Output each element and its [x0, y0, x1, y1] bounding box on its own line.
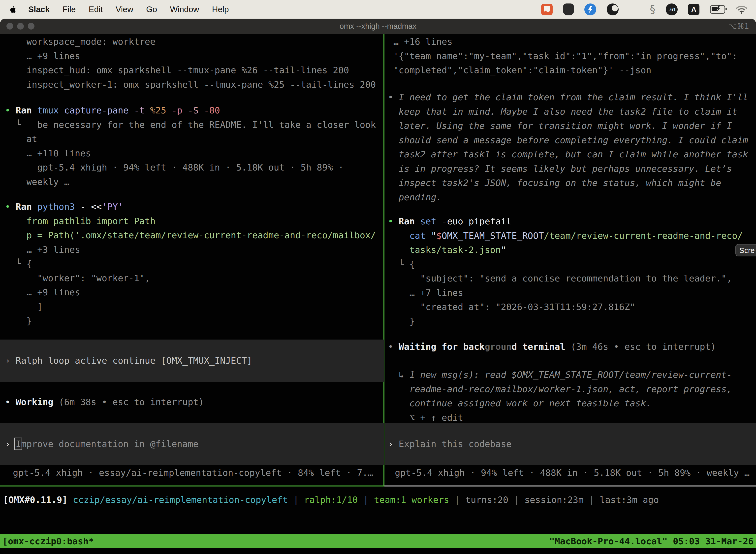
text-segment: › — [5, 355, 16, 366]
terminal-window: omx --xhigh --madmax ⌥⌘1 workspace_mode:… — [0, 19, 756, 554]
text-segment: ralph:1/10 — [304, 495, 358, 505]
left-pane-input-box[interactable]: › Improve documentation in @filename — [0, 423, 384, 465]
moon-crescent-icon[interactable] — [607, 3, 619, 15]
blue-bolt-icon[interactable] — [584, 3, 596, 15]
terminal-line: └ { — [388, 257, 756, 272]
terminal-line: from pathlib import Path — [5, 214, 384, 228]
text-segment: /team/review-current-readme-and-reco/ — [544, 231, 743, 241]
text-segment: 'PY' — [102, 202, 123, 212]
terminal-line: inspect_hud: omx sparkshell --tmux-pane … — [5, 63, 384, 77]
text-segment: Ran — [16, 202, 37, 212]
text-segment: • — [388, 341, 398, 352]
text-segment: Working — [16, 397, 53, 407]
text-segment: -euo pipefail — [442, 216, 512, 226]
wifi-icon[interactable] — [736, 5, 748, 14]
terminal-line: task2 after task1 is complete, but can I… — [388, 147, 756, 162]
terminal-line: pending. — [388, 190, 756, 205]
text-segment: << — [91, 202, 102, 212]
terminal-line: … +16 lines — [388, 35, 756, 49]
left-pane-ran-python-block: • Ran python3 - <<'PY' from pathlib impo… — [0, 200, 384, 328]
omx-status-bar: [OMX#0.11.9] cczip/essay/ai-reimplementa… — [0, 493, 756, 507]
right-pane-input-box[interactable]: › Explain this codebase — [385, 423, 756, 465]
battery-charging-icon[interactable] — [710, 5, 725, 14]
text-segment: inspect task2's JSON, focusing on the st… — [388, 178, 721, 188]
text-segment: I need to get the claim token from the c… — [398, 92, 748, 102]
text-segment: session:23m — [524, 495, 583, 505]
terminal-line: • Ran tmux capture-pane -t %25 -p -S -80 — [5, 103, 384, 118]
tmux-session-name: [omx-cczip0:bash* — [2, 534, 94, 549]
text-segment: Explain this codebase — [398, 439, 511, 449]
text-segment: -p — [172, 105, 188, 115]
text-segment: • — [5, 202, 16, 212]
tree-connector-line — [16, 213, 16, 259]
text-segment: -S — [188, 105, 204, 115]
text-segment: weekly … — [5, 177, 69, 187]
text-segment: … +16 lines — [388, 37, 452, 47]
text-segment: tmux — [37, 105, 64, 115]
text-segment: -80 — [204, 105, 220, 115]
text-segment: groun — [485, 341, 511, 352]
text-segment: } — [388, 316, 415, 326]
terminal-line: at — [5, 132, 384, 146]
menu-go[interactable]: Go — [146, 5, 157, 14]
text-segment: mprove documentation in @filename — [21, 439, 198, 449]
text-segment: | — [584, 495, 600, 505]
text-segment: Ran — [398, 216, 420, 226]
text-segment: later. Using the same for transition mig… — [388, 121, 732, 131]
text-segment: keep that in mind. Maybe I also need the… — [388, 107, 737, 117]
tmux-status-bar[interactable]: [omx-cczip0:bash* "MacBook-Pro-44.local"… — [0, 534, 756, 548]
terminal-line: workspace_mode: worktree — [5, 35, 384, 49]
menu-status-icons: § ..61 A — [541, 3, 748, 16]
terminal-line: cat "$OMX_TEAM_STATE_ROOT/team/review-cu… — [388, 229, 756, 243]
text-segment: • — [5, 105, 16, 115]
right-pane-ran-cat-block: • Ran set -euo pipefail cat "$OMX_TEAM_S… — [385, 214, 756, 328]
terminal-line: } — [388, 314, 756, 329]
menu-edit[interactable]: Edit — [88, 5, 103, 14]
text-segment: › — [388, 439, 398, 449]
terminal-line: should send a message before completing … — [388, 133, 756, 148]
text-segment: ⌥ + ↑ edit — [388, 412, 463, 423]
terminal-line: └ be necessary for the end of the README… — [5, 118, 384, 132]
text-segment: } — [5, 316, 32, 326]
text-segment: -t — [134, 105, 150, 115]
menu-file[interactable]: File — [63, 5, 76, 14]
text-segment: Ralph loop active continue [OMX_TMUX_INJ… — [16, 355, 252, 366]
text-segment: - — [80, 202, 91, 212]
text-segment: inspect_worker-1: omx sparkshell --tmux-… — [5, 79, 376, 90]
terminal-line: tasks/task-2.json" — [388, 243, 756, 257]
text-segment: (6m 38s • esc to interrupt) — [53, 397, 204, 407]
text-segment: | — [288, 495, 304, 505]
dots-grid-icon[interactable] — [629, 4, 639, 15]
screen-overlay-label: Scre — [739, 246, 755, 255]
menu-view[interactable]: View — [116, 5, 133, 14]
squiggle-icon[interactable]: § — [650, 3, 655, 16]
text-segment: is in progress? It seems likely but perh… — [388, 164, 732, 174]
terminal-line: • Ran python3 - <<'PY' — [5, 200, 384, 214]
terminal-line: p = Path('.omx/state/team/review-current… — [5, 228, 384, 242]
menu-bar: Slack File Edit View Go Window Help § ..… — [0, 0, 756, 19]
terminal-line: "worker": "worker-1", — [5, 271, 384, 285]
terminal-line: › Improve documentation in @filename — [5, 437, 384, 451]
terminal-line: weekly … — [5, 175, 384, 189]
menu-help[interactable]: Help — [212, 5, 229, 14]
window-title-bar[interactable]: omx --xhigh --madmax ⌥⌘1 — [0, 19, 756, 34]
text-segment: set — [420, 216, 442, 226]
chat-app-icon[interactable] — [541, 4, 553, 15]
text-segment: └ be necessary for the end of the README… — [5, 120, 376, 130]
text-cursor: I — [16, 439, 21, 449]
badge-61-icon[interactable]: ..61 — [666, 3, 678, 15]
terminal-line: └ { — [5, 257, 384, 271]
right-pane-json-output: … +16 lines '{"team_name":"my-team","tas… — [385, 35, 756, 77]
right-pane-reasoning-text: • I need to get the claim token from the… — [385, 90, 756, 204]
text-segment: %25 — [150, 105, 172, 115]
menu-app-name[interactable]: Slack — [28, 5, 50, 14]
right-pane-mailbox-message: ↳ 1 new msg(s): read $OMX_TEAM_STATE_ROO… — [385, 368, 756, 425]
shield-grid-icon[interactable] — [563, 3, 574, 15]
text-segment: pending. — [388, 192, 442, 202]
apple-menu-icon[interactable] — [8, 4, 18, 15]
terminal-line: › Ralph loop active continue [OMX_TMUX_I… — [5, 353, 384, 368]
terminal-content[interactable]: workspace_mode: worktree … +9 lines insp… — [0, 34, 756, 554]
input-source-icon[interactable]: A — [688, 4, 699, 15]
menu-window[interactable]: Window — [170, 5, 199, 14]
terminal-line: … +7 lines — [388, 286, 756, 300]
